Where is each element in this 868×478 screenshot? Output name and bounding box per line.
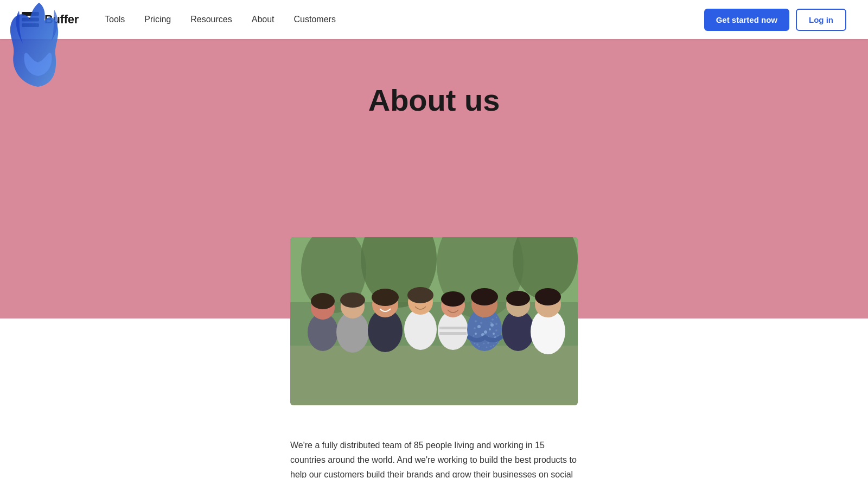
team-photo-svg [290, 237, 578, 405]
svg-rect-1 [22, 18, 39, 22]
nav-link-resources[interactable]: Resources [190, 15, 232, 24]
logo-text: Buffer [44, 12, 79, 27]
buffer-logo-icon [22, 12, 39, 27]
svg-rect-2 [22, 23, 39, 27]
login-button[interactable]: Log in [796, 9, 846, 31]
nav-item-customers[interactable]: Customers [294, 15, 336, 24]
hero-section: About us [0, 39, 868, 318]
nav-item-tools[interactable]: Tools [105, 15, 125, 24]
nav-right: Get started now Log in [704, 9, 846, 31]
about-paragraph-1: We're a fully distributed team of 85 peo… [290, 438, 578, 478]
nav-item-resources[interactable]: Resources [190, 15, 232, 24]
watermark-decoration [651, 452, 868, 478]
get-started-button[interactable]: Get started now [704, 9, 789, 31]
about-text-block: We're a fully distributed team of 85 peo… [290, 438, 578, 478]
nav-left: Buffer Tools Pricing Resources About Cus… [22, 12, 336, 27]
nav-link-about[interactable]: About [252, 15, 275, 24]
team-image [290, 237, 578, 405]
nav-link-tools[interactable]: Tools [105, 15, 125, 24]
logo-link[interactable]: Buffer [22, 12, 79, 27]
nav-link-customers[interactable]: Customers [294, 15, 336, 24]
page-title: About us [368, 82, 500, 118]
nav-item-about[interactable]: About [252, 15, 275, 24]
nav-item-pricing[interactable]: Pricing [144, 15, 171, 24]
navbar: Buffer Tools Pricing Resources About Cus… [0, 0, 868, 39]
svg-rect-0 [22, 12, 39, 16]
svg-rect-70 [290, 237, 578, 405]
nav-links: Tools Pricing Resources About Customers [105, 15, 336, 24]
nav-link-pricing[interactable]: Pricing [144, 15, 171, 24]
